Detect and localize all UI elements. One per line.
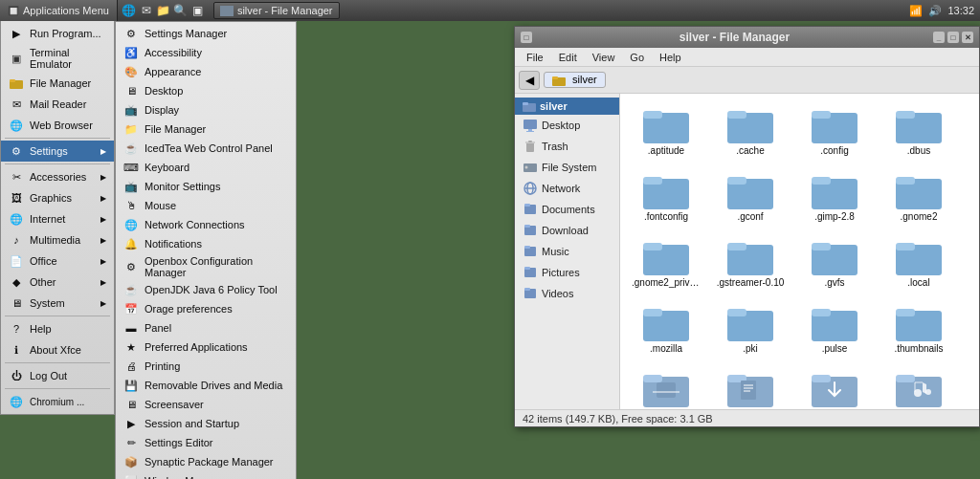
taskbar-window-button[interactable]: silver - File Manager — [213, 2, 340, 19]
list-item[interactable]: .pulse — [796, 299, 873, 358]
menu-item-logout[interactable]: ⏻ Log Out — [1, 365, 114, 386]
list-item[interactable]: .gnome2_private — [628, 233, 704, 292]
term-quick-icon[interactable]: ▣ — [190, 3, 206, 18]
menu-item-accessories[interactable]: ✂ Accessories ▶ — [1, 166, 114, 187]
fm-menu-file[interactable]: File — [519, 50, 551, 65]
fm-place-download[interactable]: Download — [515, 220, 619, 241]
network-tray-icon[interactable]: 📶 — [909, 5, 923, 17]
menu-item-browser[interactable]: 🌐 Web Browser — [1, 115, 114, 136]
menu-system-label: System — [30, 297, 65, 309]
svg-point-74 — [925, 389, 931, 395]
menu-item-multimedia[interactable]: ♪ Multimedia ▶ — [1, 229, 114, 250]
list-item[interactable]: .gstreamer-0.10 — [712, 233, 789, 292]
fm-place-network[interactable]: Network — [515, 178, 619, 199]
sub-printing[interactable]: 🖨 Printing — [116, 357, 296, 376]
list-item[interactable]: .gimp-2.8 — [796, 167, 873, 226]
mail-quick-icon[interactable]: ✉ — [139, 3, 154, 18]
list-item[interactable]: .mozilla — [628, 299, 704, 358]
menu-item-about[interactable]: ℹ About Xfce — [1, 339, 114, 360]
window-extra-button[interactable]: □ — [521, 32, 532, 43]
list-item[interactable]: .thumbnails — [880, 299, 957, 358]
sub-desktop[interactable]: 🖥 Desktop — [116, 81, 296, 100]
menu-item-other[interactable]: ◆ Other ▶ — [1, 272, 114, 293]
list-item[interactable]: .dbus — [880, 101, 957, 160]
fm-menu-view[interactable]: View — [585, 50, 623, 65]
app-menu-button[interactable]: 🔲 Applications Menu — [0, 0, 118, 21]
fm-content: .aptitude .cache .config .dbus .fo — [620, 94, 979, 409]
sub-openjdk[interactable]: ☕ OpenJDK Java 6 Policy Tool — [116, 280, 296, 299]
list-item[interactable]: .pki — [712, 299, 789, 358]
clock[interactable]: 13:32 — [947, 5, 974, 16]
sub-orage[interactable]: 📅 Orage preferences — [116, 299, 296, 318]
sub-network[interactable]: 🌐 Network Connections — [116, 215, 296, 234]
list-item[interactable]: .local — [880, 233, 957, 292]
list-item[interactable]: .fontconfig — [628, 167, 704, 226]
menu-item-settings[interactable]: ⚙ Settings ▶ — [1, 141, 114, 162]
menu-item-help[interactable]: ? Help — [1, 318, 114, 339]
fm-place-documents[interactable]: Documents — [515, 199, 619, 220]
preferred-icon: ★ — [123, 339, 139, 355]
list-item[interactable]: Music — [880, 365, 957, 409]
browser-quick-icon[interactable]: 🌐 — [122, 3, 137, 18]
list-item[interactable]: .aptitude — [628, 101, 704, 160]
sub-filemanager[interactable]: 📁 File Manager — [116, 120, 296, 139]
list-item[interactable]: .config — [796, 101, 873, 160]
fm-place-pictures[interactable]: Pictures — [515, 262, 619, 283]
fm-place-music[interactable]: Music — [515, 241, 619, 262]
sub-notifications[interactable]: 🔔 Notifications — [116, 234, 296, 253]
list-item[interactable]: .gvfs — [796, 233, 873, 292]
search-quick-icon[interactable]: 🔍 — [173, 3, 189, 18]
sub-openbox[interactable]: ⚙ Openbox Configuration Manager — [116, 253, 296, 280]
sub-removable[interactable]: 💾 Removable Drives and Media — [116, 376, 296, 395]
fm-place-trash[interactable]: Trash — [515, 136, 619, 157]
maximize-button[interactable]: □ — [947, 32, 959, 43]
folder-quick-icon[interactable]: 📁 — [156, 3, 171, 18]
sub-icedtea[interactable]: ☕ IcedTea Web Control Panel — [116, 139, 296, 158]
fm-menu-help[interactable]: Help — [652, 50, 689, 65]
orage-icon: 📅 — [123, 301, 139, 316]
sub-settings-editor[interactable]: ✏ Settings Editor — [116, 433, 296, 452]
sub-accessibility[interactable]: ♿ Accessibility — [116, 43, 296, 62]
fm-menu-edit[interactable]: Edit — [551, 50, 585, 65]
list-item[interactable]: Downloads — [796, 365, 873, 409]
printing-icon: 🖨 — [123, 359, 139, 374]
menu-item-filemanager[interactable]: File Manager — [1, 73, 114, 94]
volume-tray-icon[interactable]: 🔊 — [928, 5, 942, 17]
sub-monitor[interactable]: 📺 Monitor Settings — [116, 177, 296, 196]
sub-session[interactable]: ▶ Session and Startup — [116, 414, 296, 433]
close-button[interactable]: ✕ — [962, 32, 973, 43]
menu-item-internet[interactable]: 🌐 Internet ▶ — [1, 208, 114, 229]
sub-display[interactable]: 📺 Display — [116, 100, 296, 120]
menu-item-graphics[interactable]: 🖼 Graphics ▶ — [1, 187, 114, 208]
list-item[interactable]: Documents — [712, 365, 789, 409]
list-item[interactable]: .cache — [712, 101, 789, 160]
list-item[interactable]: .gconf — [712, 167, 789, 226]
fm-place-desktop[interactable]: Desktop — [515, 115, 619, 136]
fm-place-silver[interactable]: silver — [515, 98, 619, 115]
sub-synaptic[interactable]: 📦 Synaptic Package Manager — [116, 452, 296, 471]
minimize-button[interactable]: _ — [933, 32, 945, 43]
fm-address-bar[interactable]: silver — [544, 72, 606, 88]
sub-preferred[interactable]: ★ Preferred Applications — [116, 337, 296, 357]
sub-keyboard[interactable]: ⌨ Keyboard — [116, 158, 296, 177]
sub-screensaver[interactable]: 🖥 Screensaver — [116, 395, 296, 414]
menu-item-terminal[interactable]: ▣ Terminal Emulator — [1, 44, 114, 73]
sub-mouse[interactable]: 🖱 Mouse — [116, 196, 296, 215]
sub-panel[interactable]: ▬ Panel — [116, 318, 296, 337]
sub-appearance[interactable]: 🎨 Appearance — [116, 62, 296, 81]
list-item[interactable]: Desktop — [628, 365, 704, 409]
menu-item-mail[interactable]: ✉ Mail Reader — [1, 94, 114, 115]
fm-place-videos[interactable]: Videos — [515, 283, 619, 304]
sub-settings-manager[interactable]: ⚙ Settings Manager — [116, 24, 296, 43]
menu-terminal-label: Terminal Emulator — [30, 47, 106, 70]
list-item[interactable]: .gnome2 — [880, 167, 957, 226]
mouse-icon: 🖱 — [123, 198, 139, 213]
menu-item-run[interactable]: ▶ Run Program... — [1, 23, 114, 44]
fm-back-button[interactable]: ◀ — [519, 71, 540, 90]
sub-windowmanager[interactable]: ⬜ Window Manager — [116, 471, 296, 479]
menu-item-system[interactable]: 🖥 System ▶ — [1, 293, 114, 314]
fm-place-filesystem[interactable]: File System — [515, 157, 619, 178]
menu-item-chromium[interactable]: 🌐 Chromium ... — [1, 391, 114, 412]
menu-item-office[interactable]: 📄 Office ▶ — [1, 250, 114, 272]
fm-menu-go[interactable]: Go — [622, 50, 652, 65]
